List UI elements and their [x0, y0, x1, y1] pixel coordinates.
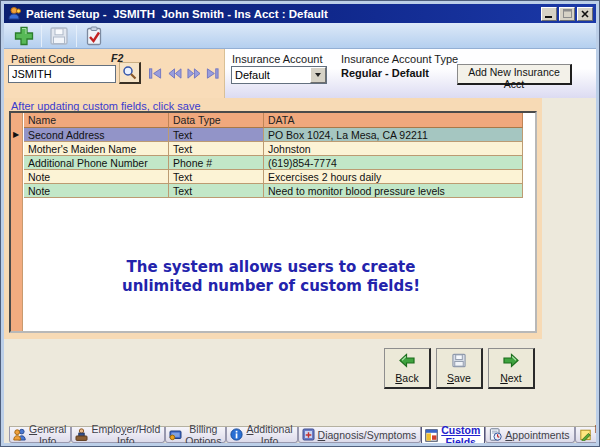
cell-data[interactable]: Johnston [264, 142, 523, 156]
cell-data[interactable]: (619)854-7774 [264, 156, 523, 170]
cell-name[interactable]: Note [24, 170, 169, 184]
message-line-1: The system allows users to create [11, 258, 531, 277]
save-button[interactable]: Save [436, 348, 483, 389]
billing-icon [169, 428, 182, 441]
insurance-account-select[interactable]: Default [231, 66, 327, 84]
info-icon [230, 428, 243, 441]
floppy-icon [451, 353, 467, 368]
cell-datatype[interactable]: Text [169, 128, 264, 142]
cell-name[interactable]: Second Address [24, 128, 169, 142]
tab-diagnosis-symptoms[interactable]: Diagnosis/Symptoms [298, 427, 422, 443]
patient-code-label: Patient Code [11, 53, 75, 65]
column-header-name: Name [24, 113, 169, 128]
minimize-button[interactable] [541, 7, 557, 21]
previous-record-button[interactable] [166, 67, 183, 80]
clipboard-check-icon [84, 26, 104, 46]
plus-icon [13, 25, 35, 47]
next-record-button[interactable] [185, 67, 202, 80]
people-icon [13, 428, 26, 441]
table-row[interactable]: Additional Phone NumberPhone #(619)854-7… [24, 156, 523, 170]
maximize-button[interactable] [559, 7, 575, 21]
message-line-2: unlimited number of custom fields! [11, 277, 531, 296]
patient-code-panel: Patient Code F2 [4, 49, 225, 98]
close-button[interactable] [577, 7, 593, 21]
table-row[interactable]: Mother's Maiden NameTextJohnston [24, 142, 523, 156]
custom-fields-grid: ▶ Name Data Type DATA Second AddressText… [9, 111, 537, 333]
table-row[interactable]: NoteTextNeed to monitor blood pressure l… [24, 184, 523, 198]
cell-data[interactable]: Need to monitor blood pressure levels [264, 184, 523, 198]
cell-name[interactable]: Note [24, 184, 169, 198]
grid-header: Name Data Type DATA [24, 113, 523, 128]
tab-label: Patient Notes [595, 423, 596, 444]
tab-employer-hold-info[interactable]: Employer/Hold Info [71, 427, 165, 443]
employer-icon [75, 428, 88, 441]
appointments-icon [489, 428, 502, 441]
toolbar-separator [41, 25, 42, 47]
cell-name[interactable]: Additional Phone Number [24, 156, 169, 170]
insurance-panel: Insurance Account Default Insurance Acco… [225, 49, 596, 98]
title-bar: Patient Setup - JSMITH John Smith - Ins … [4, 4, 596, 23]
back-button[interactable]: Back [384, 348, 431, 389]
diagnosis-icon [302, 428, 315, 441]
cell-name[interactable]: Mother's Maiden Name [24, 142, 169, 156]
cell-data[interactable]: PO Box 1024, La Mesa, CA 92211 [264, 128, 523, 142]
bottom-tab-bar: General InfoEmployer/Hold InfoBilling Op… [9, 426, 596, 443]
cell-datatype[interactable]: Text [169, 142, 264, 156]
floppy-disabled-icon [49, 26, 69, 46]
table-row[interactable]: Second AddressTextPO Box 1024, La Mesa, … [24, 128, 523, 142]
patient-code-input[interactable] [8, 65, 116, 83]
button-label: Next [500, 372, 522, 384]
add-record-button[interactable] [9, 24, 39, 48]
tab-label: Diagnosis/Symptoms [318, 429, 417, 441]
magnifier-icon [122, 65, 137, 80]
insurance-account-type-label: Insurance Account Type [341, 53, 458, 65]
window-title: Patient Setup - JSMITH John Smith - Ins … [26, 8, 541, 20]
toolbar-separator [76, 25, 77, 47]
arrow-left-icon [398, 353, 416, 368]
column-header-data: DATA [264, 113, 523, 128]
app-icon [7, 6, 22, 21]
tab-label: Custom Fields [441, 424, 480, 444]
last-record-button[interactable] [204, 67, 221, 80]
tab-label: General Info [29, 423, 66, 444]
column-header-datatype: Data Type [169, 113, 264, 128]
custom-fields-icon [425, 429, 438, 442]
tab-label: Employer/Hold Info [91, 423, 160, 444]
selected-row-marker-icon: ▶ [13, 130, 19, 140]
button-label: Save [447, 372, 471, 384]
cell-datatype[interactable]: Phone # [169, 156, 264, 170]
main-toolbar [4, 23, 596, 49]
custom-fields-panel: After updating custom fields, click save… [4, 98, 542, 339]
tab-custom-fields[interactable]: Custom Fields [421, 427, 485, 443]
grid-body: Second AddressTextPO Box 1024, La Mesa, … [24, 128, 523, 198]
tab-appointments[interactable]: Appointments [485, 427, 574, 443]
nav-buttons: BackSaveNext [384, 348, 535, 389]
patient-search-button[interactable] [119, 62, 141, 84]
chevron-down-icon[interactable] [310, 67, 326, 83]
custom-fields-message: The system allows users to create unlimi… [11, 258, 531, 296]
save-record-button[interactable] [44, 24, 74, 48]
button-label: Back [395, 372, 418, 384]
insurance-account-label: Insurance Account [232, 53, 323, 65]
row-selector-column [11, 113, 23, 331]
verify-button[interactable] [79, 24, 109, 48]
tab-general-info[interactable]: General Info [9, 427, 71, 443]
cell-datatype[interactable]: Text [169, 184, 264, 198]
insurance-account-type-value: Regular - Default [341, 67, 429, 79]
tab-label: Billing Options [185, 423, 221, 444]
notes-icon [579, 428, 592, 441]
first-record-button[interactable] [147, 67, 164, 80]
tab-label: Additional Info [246, 423, 292, 444]
arrow-right-icon [502, 353, 520, 368]
next-button[interactable]: Next [488, 348, 535, 389]
tab-patient-notes[interactable]: Patient Notes [575, 427, 596, 443]
body-area: Patient Code F2 Insurance Account Defaul… [4, 49, 596, 443]
record-navigation [147, 67, 221, 80]
add-new-insurance-button[interactable]: Add New Insurance Acct [457, 64, 572, 85]
tab-billing-options[interactable]: Billing Options [165, 427, 226, 443]
table-row[interactable]: NoteTextExcercises 2 hours daily [24, 170, 523, 184]
tab-additional-info[interactable]: Additional Info [226, 427, 297, 443]
cell-datatype[interactable]: Text [169, 170, 264, 184]
cell-data[interactable]: Excercises 2 hours daily [264, 170, 523, 184]
patient-setup-window: Patient Setup - JSMITH John Smith - Ins … [0, 0, 600, 447]
